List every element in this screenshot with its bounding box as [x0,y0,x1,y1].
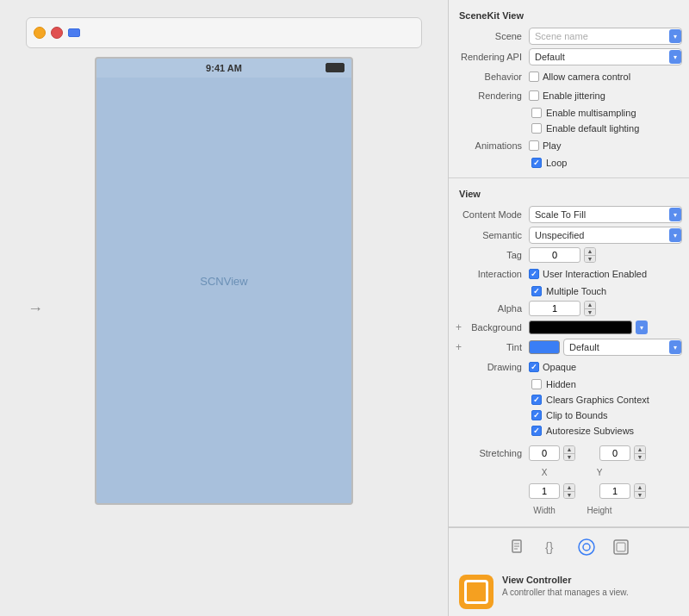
tint-color-swatch[interactable] [529,340,560,354]
stretching-xy-labels-row: X Y [449,463,689,482]
identity-icon-inner [464,580,488,604]
content-mode-select[interactable]: Scale To Fill ▾ [529,206,682,223]
animations-row: Animations Play [449,136,689,155]
enable-jittering-checkbox[interactable] [529,90,539,101]
height-label: Height [584,506,615,515]
autoresize-label: Autoresize Subviews [546,426,634,436]
stretching-w-stepper-down[interactable]: ▼ [564,492,574,499]
default-lighting-row: Enable default lighting [449,121,689,136]
alpha-stepper-down[interactable]: ▼ [585,309,595,316]
tab-view-icon[interactable] [611,537,631,557]
stretching-x-input[interactable] [529,445,560,461]
identity-name: View Controller [502,575,679,585]
allow-camera-checkbox[interactable] [529,72,539,82]
tag-stepper-up[interactable]: ▲ [585,248,595,256]
tab-controller-icon[interactable] [576,537,597,557]
interaction-value: User Interaction Enabled [529,269,682,279]
behavior-row: Behavior Allow camera control [449,67,689,86]
clip-to-bounds-checkbox[interactable] [531,410,542,420]
tint-arrow: ▾ [669,340,681,354]
identity-icon [459,575,493,609]
clears-graphics-checkbox[interactable] [531,395,542,405]
play-checkbox[interactable] [529,140,539,151]
stretching-h-stepper-down[interactable]: ▼ [635,492,645,499]
background-label: Background [466,322,529,333]
stretching-w-box: ▲ ▼ [529,483,575,499]
tag-stepper-down[interactable]: ▼ [585,256,595,263]
stretching-y-stepper-down[interactable]: ▼ [635,454,645,461]
rendering-api-text: Default [530,52,669,62]
interaction-row: Interaction User Interaction Enabled [449,264,689,283]
clears-graphics-label: Clears Graphics Context [546,395,649,405]
tint-row: + Tint Default ▾ [449,337,689,358]
svg-rect-8 [617,543,625,551]
stretching-y-stepper-up[interactable]: ▲ [635,446,645,454]
stretching-label: Stretching [456,448,529,458]
rendering-api-select[interactable]: Default ▾ [529,48,682,65]
dot-yellow [34,27,46,39]
tag-stepper[interactable]: ▲ ▼ [584,247,596,263]
stretching-h-stepper[interactable]: ▲ ▼ [634,483,646,499]
alpha-stepper-box: ▲ ▼ [529,301,596,316]
x-label: X [529,468,560,477]
stretching-y-input[interactable] [599,445,630,461]
animations-value: Play [529,140,682,151]
stretching-y-stepper[interactable]: ▲ ▼ [634,445,646,461]
stretching-y-box: ▲ ▼ [599,445,646,461]
stretching-h-input[interactable] [599,483,630,499]
tag-value: ▲ ▼ [529,247,682,263]
opaque-checkbox[interactable] [529,362,539,372]
tint-select[interactable]: Default ▾ [563,339,682,356]
alpha-input[interactable] [529,301,580,316]
alpha-stepper[interactable]: ▲ ▼ [584,301,596,316]
tint-text: Default [564,342,669,352]
tag-input[interactable] [529,247,580,263]
alpha-value: ▲ ▼ [529,301,682,316]
stretching-w-stepper[interactable]: ▲ ▼ [563,483,575,499]
scene-arrow: ▾ [669,29,681,43]
tab-code-icon[interactable]: {} [542,537,562,557]
rendering-label: Rendering [456,90,529,101]
background-color-swatch[interactable] [529,320,632,334]
scene-row: Scene Scene name ▾ [449,26,689,47]
semantic-arrow: ▾ [669,228,681,242]
hidden-checkbox[interactable] [531,379,542,389]
enable-multisampling-label: Enable multisampling [546,108,636,118]
tag-row: Tag ▲ ▼ [449,246,689,264]
scene-select[interactable]: Scene name ▾ [529,28,682,45]
stretching-x-stepper-up[interactable]: ▲ [564,446,574,454]
autoresize-row: Autoresize Subviews [449,423,689,439]
user-interaction-checkbox[interactable] [529,269,539,279]
rendering-api-label: Rendering API [456,52,529,62]
loop-checkbox[interactable] [531,158,542,168]
stretching-h-stepper-up[interactable]: ▲ [635,484,645,492]
content-mode-value: Scale To Fill ▾ [529,206,682,223]
alpha-stepper-up[interactable]: ▲ [585,302,595,309]
tab-file-icon[interactable] [507,537,528,557]
animations-label: Animations [456,140,529,151]
rendering-api-row: Rendering API Default ▾ [449,47,689,67]
tint-value: Default ▾ [529,339,682,356]
scenekit-section-title: SceneKit View [449,7,689,26]
tint-label: Tint [466,342,529,352]
stretching-x-stepper-down[interactable]: ▼ [564,454,574,461]
semantic-select[interactable]: Unspecified ▾ [529,227,682,244]
stretching-x-stepper[interactable]: ▲ ▼ [563,445,575,461]
svg-rect-7 [614,540,628,554]
clip-to-bounds-label: Clip to Bounds [546,410,608,420]
background-row: + Background ▾ [449,318,689,337]
multiple-touch-checkbox[interactable] [531,286,542,296]
identity-text: View Controller A controller that manage… [502,575,679,598]
scenekit-section: SceneKit View Scene Scene name ▾ Renderi… [449,0,689,178]
alpha-label: Alpha [456,303,529,314]
enable-multisampling-checkbox[interactable] [531,108,542,118]
stretching-x-box: ▲ ▼ [529,445,575,461]
autoresize-checkbox[interactable] [531,426,542,436]
enable-default-lighting-checkbox[interactable] [531,123,542,134]
stretching-w-stepper-up[interactable]: ▲ [564,484,574,492]
canvas-area: → 9:41 AM SCNView [0,0,448,616]
behavior-label: Behavior [456,72,529,82]
scene-placeholder: Scene name [530,31,669,41]
stretching-w-input[interactable] [529,483,560,499]
clip-to-bounds-row: Clip to Bounds [449,408,689,423]
